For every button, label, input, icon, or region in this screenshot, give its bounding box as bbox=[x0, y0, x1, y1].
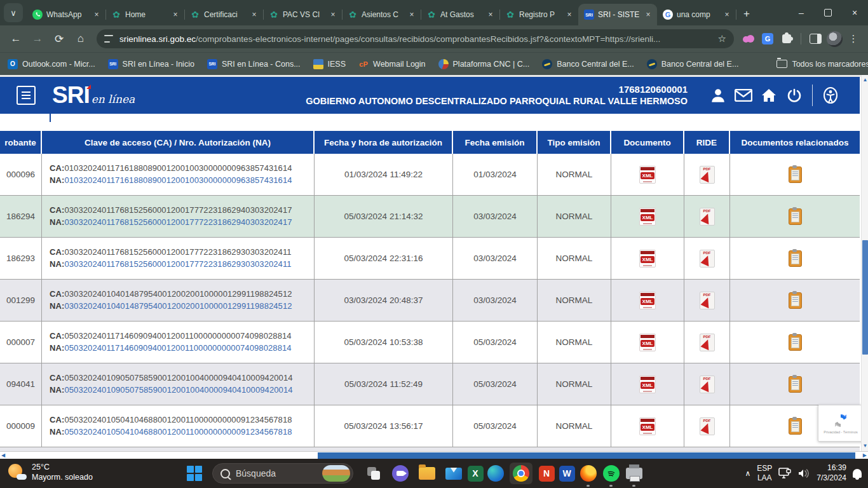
restore-button[interactable] bbox=[815, 0, 841, 25]
bookmark-sri-inicio[interactable]: SRI SRI en Línea - Inicio bbox=[108, 59, 194, 69]
related-documents-icon[interactable] bbox=[789, 292, 802, 309]
clock-widget[interactable]: 16:39 7/3/2024 bbox=[817, 463, 846, 483]
horizontal-scrollbar[interactable]: ◀ ▶ bbox=[0, 451, 868, 459]
tab-search-button[interactable]: ∨ bbox=[4, 3, 23, 22]
side-panel-icon[interactable] bbox=[807, 30, 824, 47]
na-link[interactable]: 0303202401176815256000120017772231862930… bbox=[64, 259, 291, 269]
reload-button[interactable]: ⟳ bbox=[50, 29, 69, 48]
na-link[interactable]: 0503202401050410468800120011000000000091… bbox=[64, 427, 292, 437]
ride-pdf-icon[interactable]: PDF bbox=[700, 250, 715, 268]
tab-sri-active[interactable]: SRI SRI - SISTE × bbox=[578, 4, 657, 25]
col-fecha-emision[interactable]: Fecha emisión bbox=[453, 131, 538, 154]
na-link[interactable]: 0503202401171460909400120011000000000074… bbox=[64, 343, 291, 353]
xml-document-icon[interactable]: XML bbox=[639, 417, 656, 435]
related-documents-icon[interactable] bbox=[789, 166, 802, 183]
ride-pdf-icon[interactable]: PDF bbox=[700, 292, 715, 309]
browser-menu-icon[interactable]: ⋮ bbox=[845, 30, 862, 47]
notifications-bell-icon[interactable] bbox=[853, 469, 862, 478]
col-documento[interactable]: Documento bbox=[611, 131, 684, 154]
recaptcha-badge[interactable]: Privacidad - Términos bbox=[818, 405, 864, 442]
ride-pdf-icon[interactable]: PDF bbox=[700, 417, 715, 435]
na-link[interactable]: 0103202401171618808900120010030000000963… bbox=[64, 175, 292, 185]
scroll-down-icon[interactable]: ▼ bbox=[862, 443, 868, 449]
close-icon[interactable]: × bbox=[722, 10, 732, 20]
home-button[interactable]: ⌂ bbox=[71, 29, 90, 48]
related-documents-icon[interactable] bbox=[789, 418, 802, 435]
related-documents-icon[interactable] bbox=[789, 250, 802, 267]
na-link[interactable]: 0303202401176815256000120017772231862940… bbox=[64, 217, 292, 227]
ride-pdf-icon[interactable]: PDF bbox=[700, 166, 715, 184]
tab-registro[interactable]: ✿ Registro P × bbox=[499, 4, 578, 25]
xml-document-icon[interactable]: XML bbox=[639, 166, 656, 184]
vertical-scroll-thumb[interactable] bbox=[862, 240, 868, 355]
close-icon[interactable]: × bbox=[249, 10, 259, 20]
all-bookmarks-button[interactable]: Todos los marcadores bbox=[776, 60, 868, 69]
excel-app-button[interactable]: X bbox=[466, 464, 484, 482]
ride-pdf-icon[interactable]: PDF bbox=[700, 334, 715, 351]
tab-at-gastos[interactable]: ✿ At Gastos × bbox=[421, 4, 499, 25]
translate-extension-icon[interactable]: G bbox=[759, 30, 776, 47]
minimize-button[interactable]: – bbox=[788, 0, 815, 25]
language-indicator[interactable]: ESP LAA bbox=[757, 464, 772, 483]
bookmark-bce-1[interactable]: Banco Central del E... bbox=[542, 59, 634, 69]
chrome-app-button-active[interactable] bbox=[510, 463, 532, 484]
xml-document-icon[interactable]: XML bbox=[639, 292, 656, 309]
scroll-right-icon[interactable]: ▶ bbox=[863, 452, 867, 459]
tab-asientos[interactable]: ✿ Asientos C × bbox=[342, 4, 421, 25]
bookmark-iess[interactable]: IESS bbox=[313, 59, 346, 69]
address-bar[interactable]: srienlinea.sri.gob.ec/comprobantes-elect… bbox=[97, 29, 734, 48]
scroll-left-icon[interactable]: ◀ bbox=[1, 452, 5, 459]
tab-pac-vs[interactable]: ✿ PAC VS Cl × bbox=[263, 4, 342, 25]
related-documents-icon[interactable] bbox=[789, 208, 802, 225]
tab-certificados[interactable]: ✿ Certificaci × bbox=[184, 4, 263, 25]
col-comprobante[interactable]: robante bbox=[0, 131, 42, 154]
home-button-site[interactable] bbox=[756, 88, 782, 103]
close-icon[interactable]: × bbox=[328, 10, 338, 20]
user-profile-button[interactable] bbox=[705, 87, 731, 104]
menu-hamburger-button[interactable] bbox=[17, 86, 36, 105]
edge-app-button[interactable] bbox=[487, 464, 505, 482]
logout-power-button[interactable] bbox=[782, 88, 807, 103]
col-ride[interactable]: RIDE bbox=[684, 131, 730, 154]
na-link[interactable]: 0303202401040148795400120020010000012991… bbox=[64, 301, 292, 311]
close-icon[interactable]: × bbox=[485, 10, 496, 20]
horizontal-scroll-thumb[interactable] bbox=[318, 452, 855, 459]
start-button[interactable] bbox=[186, 464, 203, 482]
site-info-icon[interactable] bbox=[104, 35, 114, 43]
xml-document-icon[interactable]: XML bbox=[639, 250, 656, 268]
file-explorer-button[interactable] bbox=[418, 464, 436, 482]
bookmark-sri-consultas[interactable]: SRI SRI en Línea - Cons... bbox=[207, 59, 301, 69]
tray-chevron-icon[interactable]: ∧ bbox=[745, 469, 750, 478]
bookmark-outlook[interactable]: O Outlook.com - Micr... bbox=[8, 59, 95, 69]
col-clave-acceso[interactable]: Clave de acceso (CA) / Nro. Autorización… bbox=[42, 131, 315, 154]
col-docs-relacionados[interactable]: Documentos relacionados bbox=[730, 131, 860, 154]
close-icon[interactable]: × bbox=[92, 10, 102, 20]
scroll-up-icon[interactable]: ▲ bbox=[862, 77, 868, 83]
close-window-button[interactable]: × bbox=[841, 0, 868, 25]
bookmark-cnc[interactable]: Plataforma CNC | C... bbox=[438, 59, 530, 69]
vertical-scrollbar[interactable]: ▲ ▼ bbox=[861, 75, 868, 451]
col-fecha-autorizacion[interactable]: Fecha y hora de autorización bbox=[315, 131, 453, 154]
messages-button[interactable] bbox=[731, 89, 756, 102]
back-button[interactable]: ← bbox=[6, 29, 25, 48]
volume-icon[interactable] bbox=[797, 468, 810, 478]
tab-google-search[interactable]: G una comp × bbox=[657, 4, 736, 25]
remote-display-icon[interactable] bbox=[778, 468, 791, 479]
chat-button[interactable] bbox=[391, 464, 409, 482]
mail-app-button[interactable] bbox=[445, 464, 463, 482]
extensions-puzzle-icon[interactable] bbox=[778, 30, 795, 47]
ride-pdf-icon[interactable]: PDF bbox=[700, 208, 715, 226]
bookmark-star-icon[interactable]: ☆ bbox=[718, 33, 726, 44]
xml-document-icon[interactable]: XML bbox=[639, 208, 656, 226]
bookmark-webmail[interactable]: cP Webmail Login bbox=[358, 59, 425, 69]
close-icon[interactable]: × bbox=[564, 10, 574, 20]
weather-widget[interactable]: 25°C Mayorm. soleado bbox=[8, 462, 93, 483]
related-documents-icon[interactable] bbox=[789, 376, 802, 393]
word-app-button[interactable]: W bbox=[558, 464, 576, 482]
close-icon[interactable]: × bbox=[170, 10, 180, 20]
tab-whatsapp[interactable]: WhatsApp × bbox=[27, 4, 105, 25]
related-documents-icon[interactable] bbox=[789, 334, 802, 351]
taskbar-search[interactable]: Búsqueda bbox=[212, 463, 353, 484]
task-view-button[interactable] bbox=[365, 464, 383, 482]
weather-extension-icon[interactable] bbox=[740, 30, 757, 47]
